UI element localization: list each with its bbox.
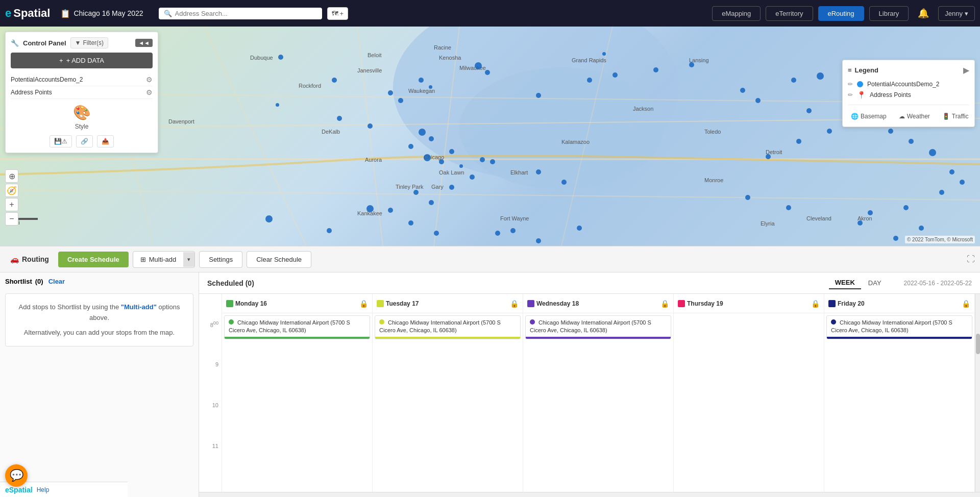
map-container[interactable]: Dubuque Rockford Janesville Beloit Racin… — [0, 27, 980, 246]
tuesday-color-bar — [377, 300, 384, 307]
multi-add-container: ⊞ Multi-add ▾ — [133, 251, 195, 268]
day-header-friday: Friday 20 🔒 — [824, 294, 974, 313]
map-point — [327, 228, 332, 233]
routing-button[interactable]: 🚗 Routing — [5, 252, 54, 266]
map-point — [939, 190, 944, 195]
library-button[interactable]: Library — [869, 6, 909, 21]
add-pin-icon: 🗺 — [332, 10, 338, 17]
map-point — [536, 238, 541, 243]
svg-line-5 — [357, 27, 383, 246]
chat-bubble[interactable]: 💬 — [5, 464, 28, 487]
svg-line-4 — [204, 27, 306, 246]
layer-item-potential: PotentialAccountsDemo_2 ⚙ — [11, 73, 153, 86]
zoom-orient-button[interactable]: 🧭 — [5, 184, 18, 197]
expand-schedule-button[interactable]: ⛶ — [967, 255, 975, 264]
zoom-in-button[interactable]: + — [5, 198, 18, 211]
legend-footer: 🌐 Basemap ☁ Weather 🚦 Traffic — [848, 109, 969, 121]
footer-help-link[interactable]: Help — [37, 486, 50, 493]
legend-panel: ≡ Legend ▶ ✏ PotentialAccountsDemo_2 ✏ 📍… — [842, 60, 975, 127]
traffic-icon: 🚦 — [942, 113, 950, 120]
collapse-panel-button[interactable]: ◄◄ — [135, 39, 153, 47]
weather-button[interactable]: ☁ Weather — [896, 111, 933, 121]
map-point — [475, 62, 482, 69]
schedule-area: Shortlist (0) Clear Add stops to Shortli… — [0, 272, 980, 497]
day-column-friday: Friday 20 🔒 Chicago Midway International… — [824, 294, 975, 492]
zoom-compass-button[interactable]: ⊕ — [5, 169, 18, 183]
time-label-8: 800 — [199, 318, 222, 359]
settings-button[interactable]: Settings — [199, 251, 242, 268]
shortlist-header: Shortlist (0) Clear — [5, 278, 193, 285]
day-tab[interactable]: DAY — [862, 277, 888, 289]
notification-button[interactable]: 🔔 — [914, 6, 933, 21]
map-point — [909, 139, 914, 144]
time-label-11: 11 — [199, 441, 222, 482]
map-point — [278, 55, 283, 60]
eterritory-button[interactable]: eTerritory — [766, 6, 813, 21]
emapping-button[interactable]: eMapping — [712, 6, 761, 21]
zoom-out-button[interactable]: − — [5, 212, 18, 226]
search-input[interactable] — [175, 10, 317, 17]
map-point — [388, 90, 393, 95]
horizontal-scrollbar[interactable] — [199, 492, 980, 497]
map-point — [470, 175, 475, 180]
app-logo[interactable]: eSpatial — [5, 7, 50, 20]
user-menu-button[interactable]: Jenny ▾ — [938, 6, 975, 21]
day-header-monday: Monday 16 🔒 — [222, 294, 372, 313]
map-point — [429, 200, 434, 205]
add-data-button[interactable]: + + ADD DATA — [11, 53, 153, 68]
add-pin-button[interactable]: 🗺 + — [327, 7, 349, 20]
basemap-button[interactable]: 🌐 Basemap — [848, 111, 890, 121]
scrollbar-thumb[interactable] — [976, 334, 980, 354]
monday-lock-icon[interactable]: 🔒 — [359, 300, 368, 308]
vertical-scrollbar[interactable] — [975, 294, 980, 492]
layer-settings-icon[interactable]: ⚙ — [146, 76, 153, 84]
erouting-button[interactable]: eRouting — [818, 6, 864, 21]
monday-body: Chicago Midway International Airport (57… — [222, 313, 372, 492]
multi-add-dropdown-button[interactable]: ▾ — [183, 252, 194, 267]
days-columns: Monday 16 🔒 Chicago Midway International… — [222, 294, 975, 492]
wednesday-lock-icon[interactable]: 🔒 — [660, 300, 669, 308]
multi-add-button[interactable]: ⊞ Multi-add — [133, 252, 183, 267]
thursday-lock-icon[interactable]: 🔒 — [811, 300, 820, 308]
week-tab[interactable]: WEEK — [829, 277, 861, 289]
monday-color-bar — [226, 300, 233, 307]
map-point — [653, 67, 658, 72]
map-point — [408, 144, 413, 149]
clear-schedule-button[interactable]: Clear Schedule — [247, 251, 311, 268]
style-palette-icon[interactable]: 🎨 — [73, 104, 91, 121]
shortlist-hint-line1: Add stops to Shortlist by using the "Mul… — [14, 302, 185, 324]
tuesday-lock-icon[interactable]: 🔒 — [510, 300, 519, 308]
weather-icon: ☁ — [899, 113, 905, 120]
legend-item-potential: ✏ PotentialAccountsDemo_2 — [848, 79, 969, 89]
friday-lock-icon[interactable]: 🔒 — [962, 300, 970, 308]
plus-icon: + — [59, 57, 63, 64]
monday-event[interactable]: Chicago Midway International Airport (57… — [224, 315, 370, 339]
legend-toggle-button[interactable]: ▶ — [963, 65, 969, 75]
save-button[interactable]: 💾⚠ — [50, 135, 72, 147]
bottom-toolbar: 🚗 Routing Create Schedule ⊞ Multi-add ▾ … — [0, 246, 980, 272]
tuesday-event[interactable]: Chicago Midway International Airport (57… — [375, 315, 521, 339]
shortlist-clear-link[interactable]: Clear — [48, 278, 65, 285]
share-button[interactable]: 🔗 — [76, 135, 93, 147]
layer-settings-icon-2[interactable]: ⚙ — [146, 88, 153, 96]
create-schedule-button[interactable]: Create Schedule — [58, 252, 129, 267]
scheduled-title: Scheduled (0) — [207, 279, 254, 287]
map-point — [602, 52, 606, 56]
map-point — [337, 116, 342, 121]
search-icon: 🔍 — [164, 10, 172, 17]
friday-event[interactable]: Chicago Midway International Airport (57… — [826, 315, 972, 339]
control-panel-actions: 💾⚠ 🔗 📤 — [11, 135, 153, 147]
map-point — [612, 72, 618, 78]
scheduled-panel: Scheduled (0) WEEK DAY 2022-05-16 - 2022… — [199, 272, 980, 497]
map-point — [766, 154, 771, 159]
filter-button[interactable]: ▼ Filter(s) — [70, 37, 109, 48]
map-point — [408, 220, 413, 226]
map-point — [740, 88, 745, 93]
traffic-button[interactable]: 🚦 Traffic — [939, 111, 972, 121]
day-header-tuesday: Tuesday 17 🔒 — [373, 294, 523, 313]
event-footer-tuesday — [375, 337, 520, 339]
wednesday-event[interactable]: Chicago Midway International Airport (57… — [525, 315, 671, 339]
map-point — [368, 123, 373, 129]
export-button[interactable]: 📤 — [97, 135, 114, 147]
map-point — [689, 62, 694, 67]
